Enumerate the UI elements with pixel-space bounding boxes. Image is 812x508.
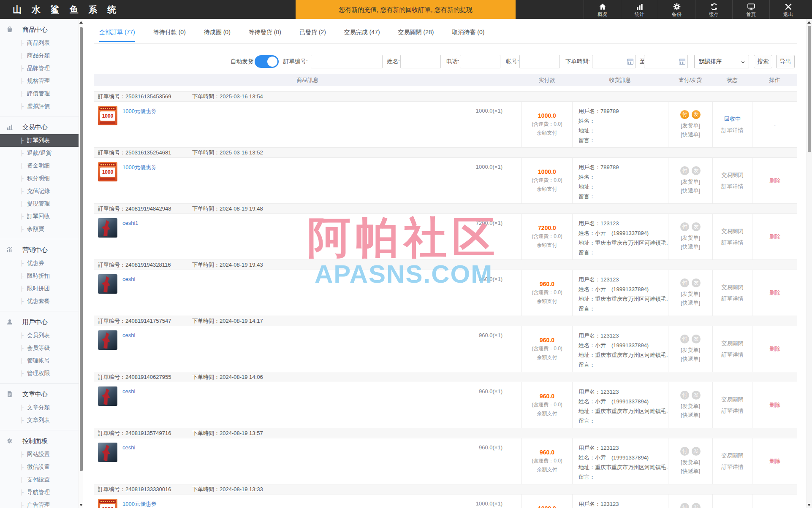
page-scrollbar[interactable]: [807, 19, 812, 508]
sidebar-item-限時折扣[interactable]: ├限時折扣: [0, 270, 79, 282]
sidebar-item-规格管理[interactable]: ├规格管理: [0, 75, 79, 87]
sidebar-item-资金明细[interactable]: ├资金明细: [0, 159, 79, 172]
auto-ship-toggle[interactable]: [255, 55, 279, 68]
tab-交易關閉 (28)[interactable]: 交易關閉 (28): [398, 29, 434, 41]
sidebar-item-虚拟評價[interactable]: ├虚拟評價: [0, 100, 79, 113]
name-input[interactable]: [400, 55, 441, 68]
product-name-link[interactable]: ceshi1: [122, 220, 139, 226]
tab-已發貨 (2)[interactable]: 已發貨 (2): [299, 29, 326, 41]
phone-input[interactable]: [460, 55, 500, 68]
coupon-product-image[interactable]: 1000: [98, 162, 117, 181]
sidebar-item-訂單列表[interactable]: ├訂單列表: [0, 134, 79, 147]
ship-link[interactable]: [快遞单]: [681, 242, 700, 251]
tab-等待發貨 (0)[interactable]: 等待發貨 (0): [249, 29, 281, 41]
ship-link[interactable]: [快遞单]: [681, 467, 700, 476]
ship-link[interactable]: [快遞单]: [681, 411, 700, 419]
ship-link[interactable]: [发货单]: [681, 289, 700, 298]
tab-等待付款 (0)[interactable]: 等待付款 (0): [153, 29, 186, 41]
sidebar-item-商品列表[interactable]: ├商品列表: [0, 37, 79, 49]
sidebar-item-限时拼团[interactable]: ├限时拼团: [0, 282, 79, 295]
product-name-link[interactable]: 1000元優惠券: [122, 108, 157, 115]
ship-link[interactable]: [发货单]: [681, 346, 700, 354]
sidebar-item-导航管理[interactable]: ├导航管理: [0, 486, 79, 499]
product-name-link[interactable]: 1000元優惠券: [122, 500, 157, 508]
product-image[interactable]: [98, 386, 117, 406]
product-name-link[interactable]: ceshi: [122, 444, 135, 451]
sidebar-section-商品中心[interactable]: 商品中心: [0, 22, 79, 37]
sidebar-item-广告管理[interactable]: ├广告管理: [0, 499, 79, 508]
delete-link[interactable]: 删除: [769, 289, 780, 297]
coupon-product-image[interactable]: 1000: [98, 106, 117, 125]
sidebar-item-支付設置[interactable]: ├支付設置: [0, 473, 79, 486]
date-to-input[interactable]: [644, 55, 688, 68]
tab-取消待審 (0)[interactable]: 取消待審 (0): [452, 29, 484, 41]
scroll-up-icon[interactable]: [807, 21, 811, 24]
sidebar-section-控制面板[interactable]: 控制面板: [0, 434, 79, 448]
sidebar-item-充值記錄[interactable]: ├充值記錄: [0, 185, 79, 197]
ship-link[interactable]: [发货单]: [681, 177, 700, 186]
page-scroll-thumb[interactable]: [808, 26, 811, 152]
scroll-down-icon[interactable]: [79, 504, 83, 506]
ship-link[interactable]: [快遞单]: [681, 130, 700, 139]
order-detail-link[interactable]: 訂單详情: [722, 295, 744, 303]
topnav-备份[interactable]: 备份: [658, 0, 695, 19]
sidebar-item-提現管理[interactable]: ├提現管理: [0, 197, 79, 210]
ship-link[interactable]: [发货单]: [681, 458, 700, 467]
sidebar-section-用戶中心[interactable]: 用戶中心: [0, 315, 79, 329]
sidebar-item-余額寶[interactable]: ├余額寶: [0, 223, 79, 235]
delete-link[interactable]: 删除: [769, 457, 780, 465]
scroll-up-icon[interactable]: [79, 21, 83, 24]
sidebar-item-优惠套餐[interactable]: ├优惠套餐: [0, 295, 79, 308]
topnav-概况[interactable]: 概况: [584, 0, 621, 19]
tab-交易完成 (47)[interactable]: 交易完成 (47): [344, 29, 380, 41]
product-image[interactable]: [98, 218, 117, 238]
delete-link[interactable]: 删除: [769, 233, 780, 240]
notification-banner[interactable]: 您有新的充值, 您有新的回收訂單, 您有新的提现: [296, 0, 516, 19]
sidebar-scrollbar[interactable]: [79, 19, 83, 508]
ship-link[interactable]: [快遞单]: [681, 298, 700, 307]
sidebar-item-管理权限[interactable]: ├管理权限: [0, 367, 79, 380]
product-name-link[interactable]: ceshi: [122, 276, 135, 282]
order-status[interactable]: 回收中: [724, 115, 741, 123]
order-status[interactable]: 交易關閉: [722, 396, 744, 403]
coupon-product-image[interactable]: 1000: [98, 499, 117, 508]
product-name-link[interactable]: ceshi: [122, 388, 135, 395]
order-detail-link[interactable]: 訂單详情: [722, 183, 744, 190]
sidebar-item-文章分類[interactable]: ├文章分類: [0, 401, 79, 414]
product-name-link[interactable]: 1000元優惠券: [122, 164, 157, 171]
account-input[interactable]: [519, 55, 560, 68]
delete-link[interactable]: 删除: [769, 401, 780, 409]
order-status[interactable]: 交易關閉: [722, 452, 744, 459]
sidebar-item-管理帐号[interactable]: ├管理帐号: [0, 354, 79, 367]
sidebar-section-文章中心[interactable]: 文章中心: [0, 387, 79, 401]
order-detail-link[interactable]: 訂單详情: [722, 127, 744, 134]
order-no-input[interactable]: [311, 55, 383, 68]
product-name-link[interactable]: ceshi: [122, 332, 135, 338]
sidebar-item-会员列表[interactable]: ├会员列表: [0, 329, 79, 342]
date-from-input[interactable]: [592, 55, 636, 68]
sort-select[interactable]: 默認排序: [694, 55, 749, 68]
ship-link[interactable]: [快遞单]: [681, 354, 700, 363]
sidebar-section-交易中心[interactable]: 交易中心: [0, 120, 79, 134]
topnav-首頁[interactable]: 首頁: [732, 0, 769, 19]
export-button[interactable]: 导出: [776, 55, 795, 68]
sidebar-item-退款/退貨[interactable]: ├退款/退貨: [0, 147, 79, 159]
sidebar-item-微信設置[interactable]: ├微信設置: [0, 461, 79, 473]
ship-link[interactable]: [发货单]: [681, 233, 700, 242]
ship-link[interactable]: [发货单]: [681, 121, 700, 130]
order-status[interactable]: 交易關閉: [722, 284, 744, 291]
product-image[interactable]: [98, 443, 117, 462]
order-status[interactable]: 交易關閉: [722, 340, 744, 347]
calendar-icon[interactable]: [627, 59, 633, 65]
order-status[interactable]: 交易關閉: [722, 227, 744, 235]
sidebar-item-評價管理[interactable]: ├評價管理: [0, 87, 79, 100]
sidebar-item-积分明细[interactable]: ├积分明细: [0, 172, 79, 185]
ship-link[interactable]: [快遞单]: [681, 186, 700, 195]
sidebar-item-优惠券[interactable]: ├优惠券: [0, 257, 79, 270]
sidebar-section-营销中心[interactable]: 营销中心: [0, 243, 79, 257]
sidebar-item-訂單回收[interactable]: ├訂單回收: [0, 210, 79, 223]
sidebar-item-商品分類[interactable]: ├商品分類: [0, 49, 79, 62]
order-detail-link[interactable]: 訂單详情: [722, 351, 744, 359]
topnav-退出[interactable]: 退出: [769, 0, 807, 19]
order-detail-link[interactable]: 訂單详情: [722, 239, 744, 246]
